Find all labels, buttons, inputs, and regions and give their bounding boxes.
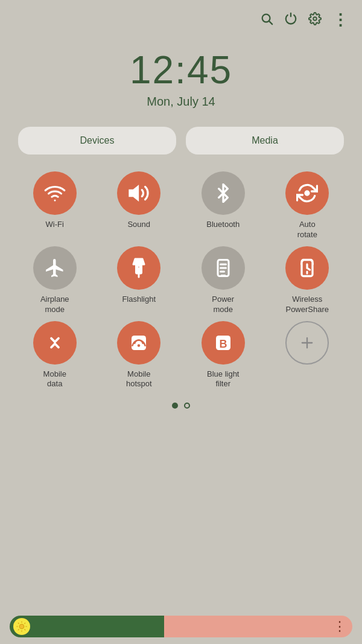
- tile-mobiledata[interactable]: Mobile data: [14, 321, 95, 390]
- airplane-icon: [33, 246, 77, 290]
- brightness-sun-icon: [13, 618, 30, 635]
- bluetooth-label: Bluetooth: [206, 220, 240, 230]
- tile-hotspot[interactable]: Mobile hotspot: [99, 321, 180, 390]
- airplane-label: Airplane mode: [40, 295, 69, 315]
- media-button[interactable]: Media: [186, 127, 344, 155]
- svg-point-15: [19, 624, 24, 629]
- tile-powermode[interactable]: Power mode: [183, 246, 264, 315]
- svg-text:B: B: [219, 337, 227, 349]
- bluelight-label: Blue light filter: [207, 369, 239, 390]
- sound-icon: [117, 171, 160, 215]
- svg-point-6: [138, 266, 141, 269]
- tiles-grid: Wi-Fi Sound Bluetooth: [0, 171, 362, 389]
- power-icon[interactable]: [284, 12, 297, 29]
- svg-line-22: [18, 630, 19, 630]
- hotspot-label: Mobile hotspot: [126, 369, 152, 390]
- top-bar: ⋮: [0, 0, 362, 36]
- search-icon[interactable]: [260, 12, 273, 29]
- bluelight-icon: B: [202, 321, 245, 365]
- svg-point-4: [305, 191, 309, 195]
- autorotate-label: Auto rotate: [297, 220, 317, 240]
- clock-time: 12:45: [130, 48, 232, 92]
- wifi-label: Wi-Fi: [46, 220, 64, 230]
- device-media-row: Devices Media: [0, 127, 362, 171]
- more-icon[interactable]: ⋮: [332, 11, 348, 30]
- brightness-bar: ⋮: [0, 609, 362, 644]
- svg-line-19: [25, 630, 25, 630]
- settings-icon[interactable]: [308, 12, 322, 29]
- tile-flashlight[interactable]: Flashlight: [99, 246, 180, 315]
- mobiledata-icon: [33, 321, 77, 365]
- devices-button[interactable]: Devices: [18, 127, 176, 155]
- dot-active: [172, 403, 178, 409]
- svg-point-2: [313, 17, 317, 21]
- flashlight-icon: [117, 246, 160, 290]
- sound-label: Sound: [127, 220, 150, 230]
- svg-line-18: [18, 623, 19, 623]
- svg-line-1: [269, 21, 272, 24]
- wifi-icon: [33, 171, 77, 215]
- brightness-slider[interactable]: ⋮: [10, 616, 352, 637]
- tile-wireless[interactable]: Wireless PowerShare: [267, 246, 348, 315]
- tile-sound[interactable]: Sound: [99, 171, 180, 240]
- dot-inactive: [184, 403, 190, 409]
- svg-line-23: [25, 623, 25, 623]
- powermode-label: Power mode: [212, 295, 234, 315]
- tile-airplane[interactable]: Airplane mode: [14, 246, 95, 315]
- powermode-icon: [202, 246, 245, 290]
- wireless-icon: [285, 246, 329, 290]
- add-icon[interactable]: [285, 321, 329, 365]
- clock-date: Mon, July 14: [147, 95, 215, 109]
- flashlight-label: Flashlight: [122, 295, 156, 305]
- clock-section: 12:45 Mon, July 14: [0, 36, 362, 127]
- svg-point-10: [138, 344, 141, 347]
- autorotate-icon: [285, 171, 329, 215]
- tile-add[interactable]: [267, 321, 348, 390]
- mobiledata-label: Mobile data: [43, 369, 66, 390]
- brightness-more-icon[interactable]: ⋮: [333, 619, 346, 634]
- tile-bluetooth[interactable]: Bluetooth: [183, 171, 264, 240]
- hotspot-icon: [117, 321, 160, 365]
- tile-autorotate[interactable]: Auto rotate: [267, 171, 348, 240]
- bluetooth-icon: [202, 171, 245, 215]
- tile-bluelight[interactable]: B Blue light filter: [183, 321, 264, 390]
- svg-marker-3: [130, 187, 138, 200]
- tile-wifi[interactable]: Wi-Fi: [14, 171, 95, 240]
- page-dots: [0, 403, 362, 409]
- wireless-label: Wireless PowerShare: [285, 295, 329, 315]
